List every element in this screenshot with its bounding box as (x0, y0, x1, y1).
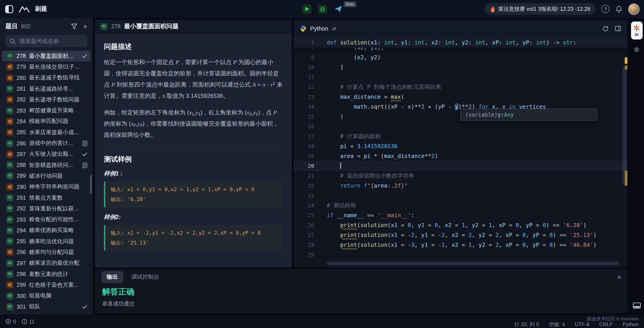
status-item[interactable]: CRLF (599, 321, 613, 327)
code-line[interactable]: 25if __name__ == '__main__': (294, 210, 628, 220)
code-line[interactable]: 19 area = pi * (max_distance**2) (294, 151, 628, 161)
editor-horizontal-scrollbar[interactable] (327, 262, 619, 265)
code-line[interactable]: 9 (x2, y2) (294, 53, 628, 62)
code-token: = - (428, 232, 442, 238)
filter-icon[interactable] (71, 23, 78, 30)
status-item[interactable]: 行 20, 列 5 (514, 321, 539, 327)
code-token: , (492, 222, 499, 228)
sidebar-problem-item[interactable]: 中295糖果吃法优化问题 (2, 236, 91, 247)
sidebar-problem-item[interactable]: 中286游戏中的伤害计... (2, 138, 91, 149)
problem-number: 291 (16, 195, 26, 201)
code-line[interactable]: 13 max_distance = max( (294, 92, 628, 102)
sidebar-problem-item[interactable]: 中283树苗健康提升策略 (2, 105, 91, 116)
toggle-panel-icon[interactable] (629, 302, 644, 309)
code-line[interactable]: 29 (294, 250, 628, 260)
sidebar-problem-item[interactable]: 中300组装电脑 (2, 290, 91, 301)
status-item[interactable]: 空格: 4 (549, 321, 565, 327)
sidebar-problem-item[interactable]: 中298素数元素的统计 (2, 269, 91, 280)
code-line[interactable]: 22 return f"{area:.2f}" (294, 181, 628, 191)
sidebar-problem-item[interactable]: 难282最长递增子数组问题 (2, 94, 91, 105)
split-editor-icon[interactable] (615, 26, 621, 31)
sidebar-problem-item[interactable]: 难290神奇字符串构造问题 (2, 182, 91, 193)
code-line[interactable]: 28 print(solution(x1 = -3, y1 = -1, x2 =… (294, 240, 628, 250)
code-token: ( (401, 93, 404, 100)
code-line[interactable]: 24# 测试样例 (294, 201, 628, 210)
run-button[interactable] (302, 4, 312, 14)
code-content: print(solution(x1 = -3, y1 = -1, x2 = 1,… (327, 240, 597, 250)
ai-assistant-button[interactable]: AI (631, 22, 642, 40)
sidebar-problem-item[interactable]: 难285水果店果篮最小成... (2, 127, 91, 138)
sidebar-problem-item[interactable]: 中292算珠重新分配以获... (2, 203, 91, 214)
code-token: max (391, 93, 401, 100)
code-line[interactable]: 12 # 计算点 P 到每个顶点的欧几里得距离 (294, 82, 628, 92)
sidebar-problem-item[interactable]: 中293粮食分配的可能性... (2, 214, 91, 225)
code-token: 1 (442, 241, 445, 248)
problem-title: 最长递减子数组寻找 (29, 74, 88, 82)
code-line[interactable]: 11 (294, 72, 628, 82)
sidebar-problem-item[interactable]: 中297糖果迷宫的最优分配 (2, 258, 91, 269)
code-token: x2 (452, 232, 458, 238)
code-token (560, 39, 563, 46)
sidebar-scrollbar[interactable] (90, 175, 92, 194)
errors-indicator[interactable]: 0 (6, 318, 16, 325)
sidebar-problem-item[interactable]: 中294糖果优惠购买策略 (2, 225, 91, 236)
sidebar-problem-item[interactable]: 中291禁着点方案数 (2, 193, 91, 204)
sidebar-problem-item[interactable]: 难296糖果均匀分配问题 (2, 247, 91, 258)
add-icon[interactable] (83, 23, 88, 30)
test-button[interactable] (318, 4, 327, 14)
editor-vertical-scrollbar[interactable] (622, 67, 626, 185)
code-token (327, 143, 340, 149)
tab-output[interactable]: 输出 (101, 271, 123, 283)
code-line[interactable]: 27 print(solution(x1 = -2, y1 = -2, x2 =… (294, 230, 628, 240)
code-token: 0 (516, 222, 519, 228)
code-token: yP (522, 39, 529, 46)
code-line[interactable]: 18 pi = 3.1415926536 (294, 141, 628, 151)
status-item[interactable]: UTF-8 (575, 321, 589, 327)
code-token: : (573, 39, 576, 46)
close-icon[interactable] (617, 273, 621, 280)
sidebar-problem-item[interactable]: 中288矩形棋盘路径问... (2, 160, 91, 171)
sidebar-problem-item[interactable]: 难279最长连续交替01子... (2, 62, 91, 73)
problem-title: 游戏中的伤害计... (29, 139, 79, 147)
status-item[interactable]: Python (622, 321, 638, 327)
event-banner[interactable]: 算法竞技赛 vol1 3报名啦! 12.23 -12.28 (484, 3, 596, 15)
code-line[interactable]: 26 print(solution(x1 = 0, y1 = 0, x2 = 1… (294, 220, 628, 230)
search-input[interactable] (19, 38, 83, 45)
code-token (334, 212, 337, 219)
sidebar-problem-item[interactable]: 中301组队 (2, 301, 91, 312)
code-token: 0 (435, 222, 438, 228)
logo-icon[interactable] (18, 5, 30, 13)
warnings-indicator[interactable]: 11 (21, 318, 34, 325)
help-icon[interactable] (602, 5, 610, 13)
sidebar-problem-item[interactable]: 中281最长递减路径寻... (2, 83, 91, 94)
code-line[interactable]: 20 (294, 161, 628, 171)
code-token: , (526, 241, 532, 248)
submit-button[interactable] (334, 4, 343, 14)
sidebar-problem-item[interactable]: 难280最长递减子数组寻找 (2, 72, 91, 83)
tab-debug-console[interactable]: 调试控制台 (131, 273, 159, 281)
sidebar-problem-item[interactable]: 难299红色格子染色方案... (2, 279, 91, 290)
line-number: 29 (294, 250, 314, 260)
bell-icon[interactable] (615, 5, 622, 13)
code-area[interactable]: 8 (x2, y1),9 (x2, y2)10 ]1112 # 计算点 P 到每… (294, 38, 628, 267)
ai-label: AI (635, 32, 638, 37)
code-line[interactable]: 10 ] (294, 62, 628, 72)
sidebar-problem-item[interactable]: 中278最小覆盖圆面积... (2, 51, 91, 62)
description-heading: 问题描述 (104, 42, 283, 52)
sidebar-toggle-icon[interactable] (5, 5, 14, 13)
code-line[interactable]: 17 # 计算圆的面积 (294, 131, 628, 141)
code-line[interactable]: 23 (294, 191, 628, 201)
switch-language-icon[interactable]: ⇄ (332, 25, 336, 32)
avatar[interactable] (628, 3, 640, 15)
feedback-bug-icon[interactable] (629, 46, 644, 53)
code-line[interactable]: 16 (294, 122, 628, 131)
reset-code-icon[interactable] (602, 25, 608, 32)
sidebar-problem-item[interactable]: 中289破冰行动问题 (2, 171, 91, 182)
search-box (6, 35, 88, 47)
problem-title: 粮食分配的可能性... (29, 216, 88, 223)
sidebar-problem-item[interactable]: 难284模板串匹配问题 (2, 116, 91, 127)
sticky-scroll-line[interactable]: 3 def solution(x1: int, y1: int, x2: int… (294, 38, 628, 48)
sidebar-problem-item[interactable]: 难287火车驶入驶出顺... (2, 149, 91, 160)
code-token: yP (526, 222, 532, 228)
code-line[interactable]: 21 # 返回保留两位小数的字符串 (294, 171, 628, 181)
